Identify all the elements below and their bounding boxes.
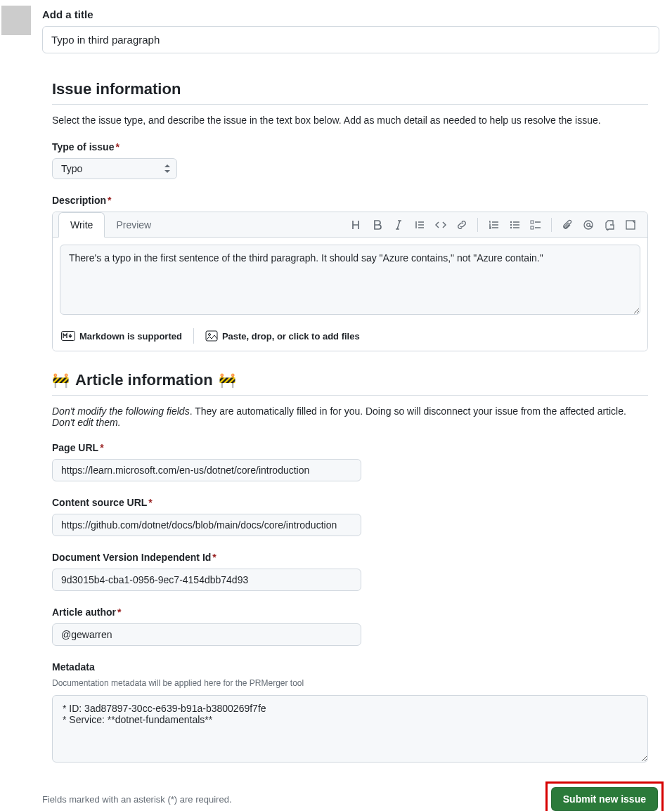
title-input[interactable]: [42, 26, 659, 53]
submit-new-issue-button[interactable]: Submit new issue: [551, 787, 658, 811]
code-icon[interactable]: [431, 215, 451, 235]
description-editor: Write Preview: [52, 212, 648, 351]
type-of-issue-label: Type of issue*: [52, 141, 648, 153]
article-info-heading: 🚧 Article information 🚧: [52, 371, 648, 396]
avatar: [1, 6, 31, 35]
issue-info-description: Select the issue type, and describe the …: [52, 115, 648, 126]
description-textarea[interactable]: [60, 245, 640, 315]
barrier-icon: 🚧: [219, 372, 236, 389]
doc-version-id-label: Document Version Independent Id*: [52, 552, 648, 563]
attach-icon[interactable]: [557, 215, 577, 235]
saved-reply-icon[interactable]: [621, 215, 640, 235]
content-source-url-input[interactable]: [52, 514, 361, 536]
toolbar-separator: [477, 218, 478, 232]
metadata-description: Documentation metadata will be applied h…: [52, 678, 648, 688]
svg-point-5: [584, 221, 593, 229]
image-icon: [205, 330, 218, 342]
metadata-label: Metadata: [52, 661, 648, 673]
svg-point-0: [510, 221, 512, 222]
cross-reference-icon[interactable]: [600, 215, 619, 235]
toolbar-separator: [551, 218, 552, 232]
article-author-input[interactable]: [52, 623, 361, 646]
type-of-issue-select[interactable]: Typo: [52, 158, 177, 179]
italic-icon[interactable]: [389, 215, 408, 235]
svg-point-1: [510, 223, 512, 225]
link-icon[interactable]: [452, 215, 472, 235]
issue-info-heading: Issue information: [52, 80, 648, 105]
svg-point-6: [587, 223, 590, 226]
title-label: Add a title: [42, 8, 659, 20]
bold-icon[interactable]: [368, 215, 387, 235]
heading-icon[interactable]: [347, 215, 366, 235]
metadata-textarea[interactable]: [52, 695, 648, 763]
tab-preview[interactable]: Preview: [105, 213, 162, 237]
required-fields-note: Fields marked with an asterisk (*) are r…: [42, 794, 232, 805]
svg-rect-3: [531, 221, 534, 223]
bullet-list-icon[interactable]: [505, 215, 524, 235]
page-url-input[interactable]: [52, 459, 361, 481]
markdown-icon: [61, 331, 75, 341]
numbered-list-icon[interactable]: [484, 215, 503, 235]
svg-rect-9: [206, 331, 217, 341]
description-label: Description*: [52, 195, 648, 206]
quote-icon[interactable]: [410, 215, 429, 235]
article-info-note: Don't modify the following fields. They …: [52, 406, 648, 428]
tab-write[interactable]: Write: [58, 212, 105, 238]
barrier-icon: 🚧: [52, 372, 70, 389]
article-author-label: Article author*: [52, 606, 648, 618]
svg-point-2: [510, 226, 512, 228]
task-list-icon[interactable]: [526, 215, 545, 235]
doc-version-id-input[interactable]: [52, 569, 361, 591]
markdown-supported-link[interactable]: Markdown is supported: [61, 331, 182, 342]
content-source-url-label: Content source URL*: [52, 497, 648, 508]
page-url-label: Page URL*: [52, 442, 648, 453]
svg-point-10: [208, 334, 210, 336]
mention-icon[interactable]: [579, 215, 598, 235]
attach-files-link[interactable]: Paste, drop, or click to add files: [205, 330, 360, 342]
svg-rect-4: [531, 226, 534, 229]
